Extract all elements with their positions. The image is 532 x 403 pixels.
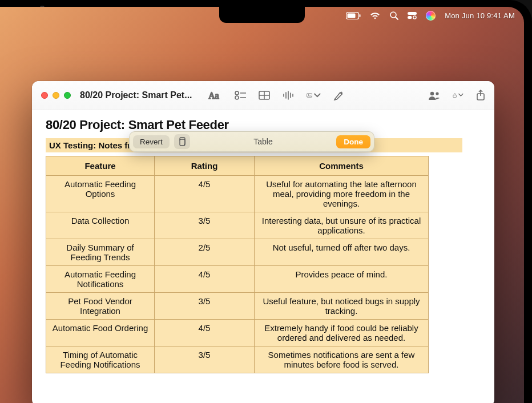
- cell-feature[interactable]: Automatic Feeding Notifications: [46, 266, 155, 293]
- table-row[interactable]: Automatic Food Ordering4/5Extremely hand…: [46, 320, 429, 346]
- table-row[interactable]: Daily Summary of Feeding Trends2/5Not us…: [46, 239, 429, 266]
- minimize-button[interactable]: [53, 92, 59, 99]
- cell-rating[interactable]: 4/5: [155, 176, 255, 212]
- svg-point-7: [413, 16, 416, 19]
- feature-table[interactable]: Feature Rating Comments Automatic Feedin…: [46, 156, 429, 373]
- table-row[interactable]: Data Collection3/5Interesting data, but …: [46, 212, 429, 239]
- share-button[interactable]: [476, 90, 485, 101]
- table-popover: Revert Table Done: [129, 131, 374, 152]
- window-title: 80/20 Project: Smart Pet...: [80, 90, 192, 100]
- cell-comments[interactable]: Sometimes notifications are sent a few m…: [255, 346, 429, 373]
- cell-comments[interactable]: Useful for automating the late afternoon…: [255, 176, 429, 212]
- siri-icon[interactable]: [426, 11, 436, 21]
- cell-rating[interactable]: 3/5: [155, 293, 255, 320]
- wifi-icon[interactable]: [370, 12, 380, 19]
- popover-label: Table: [195, 137, 332, 146]
- revert-button[interactable]: Revert: [133, 135, 170, 148]
- svg-point-23: [430, 91, 434, 95]
- svg-text:Aa: Aa: [208, 91, 219, 100]
- svg-rect-6: [408, 16, 412, 19]
- titlebar: 80/20 Project: Smart Pet... Aa: [32, 81, 494, 110]
- table-button[interactable]: [259, 91, 270, 100]
- header-comments[interactable]: Comments: [255, 156, 429, 176]
- svg-line-4: [396, 17, 398, 19]
- cell-comments[interactable]: Useful feature, but noticed bugs in supp…: [255, 293, 429, 320]
- checklist-button[interactable]: [235, 91, 246, 100]
- cell-comments[interactable]: Interesting data, but unsure of its prac…: [255, 212, 429, 239]
- svg-point-24: [436, 92, 438, 95]
- close-button[interactable]: [41, 92, 48, 99]
- control-center-icon[interactable]: [408, 11, 417, 19]
- menubar-clock[interactable]: Mon Jun 10 9:41 AM: [445, 11, 515, 20]
- cell-rating[interactable]: 4/5: [155, 266, 255, 293]
- svg-rect-25: [453, 95, 456, 97]
- media-button[interactable]: [307, 91, 321, 100]
- ai-tools-button[interactable]: [333, 90, 345, 100]
- cell-feature[interactable]: Data Collection: [46, 212, 155, 239]
- table-row[interactable]: Pet Food Vendor Integration3/5Useful fea…: [46, 293, 429, 320]
- header-rating[interactable]: Rating: [155, 156, 255, 176]
- chevron-down-icon: [314, 92, 321, 99]
- notes-window: 80/20 Project: Smart Pet... Aa: [32, 81, 494, 403]
- note-content[interactable]: 80/20 Project: Smart Pet Feeder UX Testi…: [32, 110, 494, 403]
- cell-comments[interactable]: Provides peace of mind.: [255, 266, 429, 293]
- svg-point-11: [235, 96, 239, 99]
- cell-feature[interactable]: Timing of Automatic Feeding Notification…: [46, 346, 155, 373]
- lock-button[interactable]: [453, 90, 464, 100]
- header-feature[interactable]: Feature: [46, 156, 155, 176]
- svg-rect-5: [408, 12, 417, 15]
- collaborate-button[interactable]: [428, 90, 440, 100]
- cell-feature[interactable]: Automatic Food Ordering: [46, 320, 155, 346]
- svg-rect-1: [348, 13, 356, 18]
- cell-feature[interactable]: Automatic Feeding Options: [46, 176, 155, 212]
- fullscreen-button[interactable]: [64, 92, 71, 99]
- audio-button[interactable]: [283, 91, 294, 100]
- battery-icon[interactable]: [346, 12, 361, 19]
- cell-rating[interactable]: 3/5: [155, 346, 255, 373]
- format-button[interactable]: Aa: [208, 90, 222, 100]
- cell-feature[interactable]: Daily Summary of Feeding Trends: [46, 239, 155, 266]
- cell-feature[interactable]: Pet Food Vendor Integration: [46, 293, 155, 320]
- table-row[interactable]: Timing of Automatic Feeding Notification…: [46, 346, 429, 373]
- chevron-down-icon: [458, 92, 464, 98]
- notch: [219, 7, 305, 23]
- cell-rating[interactable]: 3/5: [155, 212, 255, 239]
- window-controls: [41, 92, 71, 99]
- cell-comments[interactable]: Extremely handy if food could be reliabl…: [255, 320, 429, 346]
- search-icon[interactable]: [389, 11, 398, 20]
- cell-rating[interactable]: 4/5: [155, 320, 255, 346]
- svg-point-9: [235, 91, 239, 95]
- document-title: 80/20 Project: Smart Pet Feeder: [46, 118, 481, 132]
- table-row[interactable]: Automatic Feeding Options4/5Useful for a…: [46, 176, 429, 212]
- svg-rect-2: [360, 14, 361, 17]
- table-header-row: Feature Rating Comments: [46, 156, 429, 176]
- done-button[interactable]: Done: [336, 135, 370, 148]
- table-row[interactable]: Automatic Feeding Notifications4/5Provid…: [46, 266, 429, 293]
- cell-comments[interactable]: Not useful, turned off after two days.: [255, 239, 429, 266]
- copy-button[interactable]: [174, 134, 190, 149]
- cell-rating[interactable]: 2/5: [155, 239, 255, 266]
- svg-point-22: [308, 94, 309, 95]
